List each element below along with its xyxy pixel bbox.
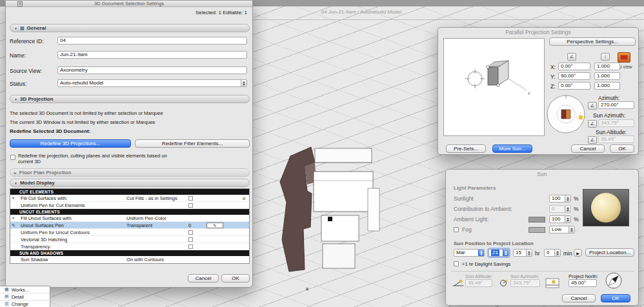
light-parameters-heading: Light Parameters — [454, 185, 496, 191]
sunlight-field[interactable]: 100 — [549, 195, 571, 203]
fog-color-swatch[interactable] — [528, 227, 545, 233]
z-scale-field[interactable]: 1.000 — [594, 82, 620, 90]
section-model-display[interactable]: ▼ Model Display — [10, 179, 250, 187]
sunlight-stepper-icon[interactable] — [565, 195, 570, 202]
status-stepper-icon[interactable] — [241, 80, 247, 86]
redefine-projections-button[interactable]: Redefine 3D Projections... — [10, 139, 131, 148]
row-value[interactable]: On with Contours — [126, 256, 188, 263]
row-value[interactable]: Transparent — [126, 222, 188, 229]
close-icon[interactable]: ✕ — [17, 1, 23, 6]
minute-spinner[interactable]: 0 — [544, 249, 561, 257]
fog-density-dropdown[interactable]: Low — [549, 226, 575, 233]
disclosure-icon[interactable]: ▼ — [14, 97, 17, 101]
row-checkbox[interactable] — [188, 230, 193, 235]
row-checkbox[interactable] — [188, 203, 193, 208]
sun-altitude-label: Sun Altitude: — [465, 273, 492, 279]
row-value[interactable]: Cut Fills - as in Settings — [126, 195, 188, 202]
sun-position-dial[interactable] — [545, 94, 587, 135]
daylight-savings-checkbox[interactable] — [454, 261, 459, 266]
compass-icon[interactable] — [605, 272, 623, 290]
project-location-button[interactable]: Project Location... — [585, 248, 634, 257]
sun-azimuth-field[interactable]: 343.75° — [598, 119, 634, 127]
sun-altitude-field[interactable]: 35.49° — [465, 279, 492, 287]
presets-button[interactable]: Pre-Sets... — [446, 144, 486, 153]
ambient-field[interactable]: 100 — [549, 215, 571, 223]
name-field[interactable]: Jun-21-9am — [57, 51, 247, 59]
play-button[interactable]: ▶ — [574, 249, 582, 257]
sun-azimuth-field[interactable]: 343.75° — [510, 279, 540, 287]
ambient-stepper-icon[interactable] — [565, 216, 570, 223]
disclosure-icon[interactable]: ▶ — [14, 171, 17, 175]
table-row[interactable]: Transparency — [10, 243, 249, 250]
palette-item-change[interactable]: ▥ Change — [0, 301, 50, 307]
min-label: min — [563, 250, 572, 257]
more-sun-button[interactable]: More Sun... — [492, 144, 532, 153]
percent-sign: % — [574, 206, 579, 212]
table-row[interactable]: Uniform Pen for Uncut Contours — [10, 229, 249, 236]
sun-altitude-field[interactable]: 35.49° — [598, 135, 634, 143]
ok-button[interactable]: OK — [221, 274, 250, 282]
disclosure-icon[interactable]: ▼ — [14, 26, 17, 30]
ok-button[interactable]: OK — [610, 144, 634, 153]
x-scale-field[interactable]: 1.000 — [594, 63, 620, 70]
cancel-button[interactable]: Cancel — [562, 294, 596, 302]
selection-handle — [328, 217, 332, 221]
ambient-color-swatch[interactable] — [528, 217, 545, 223]
cancel-button[interactable]: Cancel — [571, 144, 605, 153]
minute-stepper-icon[interactable] — [554, 250, 560, 256]
project-north-field[interactable]: 45.00° — [569, 279, 597, 287]
pen-number[interactable]: 0 — [188, 222, 206, 229]
section-floor-plan-label: Floor Plan Projection — [19, 170, 71, 175]
redefine-filter-button[interactable]: Redefine Filter Elements... — [135, 139, 250, 148]
hour-spinner[interactable]: 15 — [513, 249, 532, 257]
day-stepper-icon[interactable] — [503, 250, 508, 256]
table-row[interactable]: ▼ Fill Uncut Surfaces with: Uniform Pen … — [10, 215, 249, 222]
disclosure-icon[interactable]: ▼ — [14, 181, 17, 185]
pen-picker-button[interactable]: ✎ — [206, 223, 223, 228]
row-checkbox[interactable] — [188, 196, 193, 201]
z-angle-field[interactable]: 0.00° — [558, 82, 590, 90]
row-checkbox[interactable] — [188, 244, 193, 249]
origin-marker: × — [305, 286, 309, 293]
table-row[interactable]: Uniform Pen for Cut Elements — [10, 202, 249, 209]
section-floor-plan-projection[interactable]: ▶ Floor Plan Projection — [10, 168, 250, 177]
dialog-titlebar[interactable]: ✕ 3D Document Selection Settings — [6, 1, 252, 7]
section-general[interactable]: ▼ ▤ General — [10, 24, 250, 32]
row-checkbox[interactable] — [188, 237, 193, 242]
perspective-settings-button[interactable]: Perspective Settings... — [549, 37, 636, 46]
redefine-checkbox[interactable] — [10, 155, 15, 160]
selection-info: Selected: 1 Editable: 1 — [196, 10, 247, 15]
palette-item-worksheets[interactable]: ▦ Works... — [0, 286, 50, 293]
disclosure-icon[interactable]: ▼ — [12, 195, 19, 202]
section-3d-projection[interactable]: ▼ 3D Projection — [10, 95, 250, 103]
y-scale-field[interactable]: 1.000 — [594, 72, 620, 80]
month-dropdown[interactable]: Mar — [454, 249, 485, 257]
y-angle-field[interactable]: 90.00° — [558, 72, 590, 80]
top-view-icon[interactable] — [618, 52, 630, 63]
contribution-stepper-icon[interactable] — [565, 206, 570, 212]
row-label: Fill Cut Surfaces with: — [10, 195, 126, 202]
table-row-selected[interactable]: ✎ Uncut Surfaces Pen Transparent 0 ✎ — [10, 222, 249, 229]
table-row[interactable]: Vectorial 3D Hatching — [10, 236, 249, 243]
contribution-field[interactable]: 0 — [549, 205, 571, 213]
row-value[interactable]: Uniform Pen Color — [126, 215, 188, 222]
cancel-button[interactable]: Cancel — [188, 274, 219, 282]
status-dropdown[interactable]: Auto-rebuild Model — [57, 79, 247, 87]
group-header-label: UNCUT ELEMENTS — [19, 210, 60, 214]
ok-button[interactable]: OK — [601, 294, 630, 302]
azimuth-field[interactable]: 270.00° — [598, 101, 634, 109]
reference-id-field[interactable]: 04 — [57, 37, 247, 45]
table-row[interactable]: ▼ Fill Cut Surfaces with: Cut Fills - as… — [10, 195, 249, 202]
model-display-table: CUT ELEMENTS ▼ Fill Cut Surfaces with: C… — [10, 188, 250, 264]
table-row[interactable]: Sun Shadow On with Contours — [10, 256, 249, 263]
hour-stepper-icon[interactable] — [526, 250, 532, 256]
month-stepper-icon[interactable] — [478, 250, 484, 256]
palette-item-detail[interactable]: ▤ Detail — [0, 293, 50, 301]
x-angle-field[interactable]: 0.00° — [558, 63, 590, 70]
fog-stepper-icon[interactable] — [569, 226, 574, 233]
axonometry-preview[interactable]: x — [443, 38, 545, 136]
disclosure-icon[interactable]: ▼ — [12, 215, 19, 222]
source-view-field[interactable]: Axonometry — [57, 66, 247, 74]
day-spinner[interactable]: 21 — [488, 249, 509, 257]
fog-checkbox[interactable] — [454, 227, 459, 232]
